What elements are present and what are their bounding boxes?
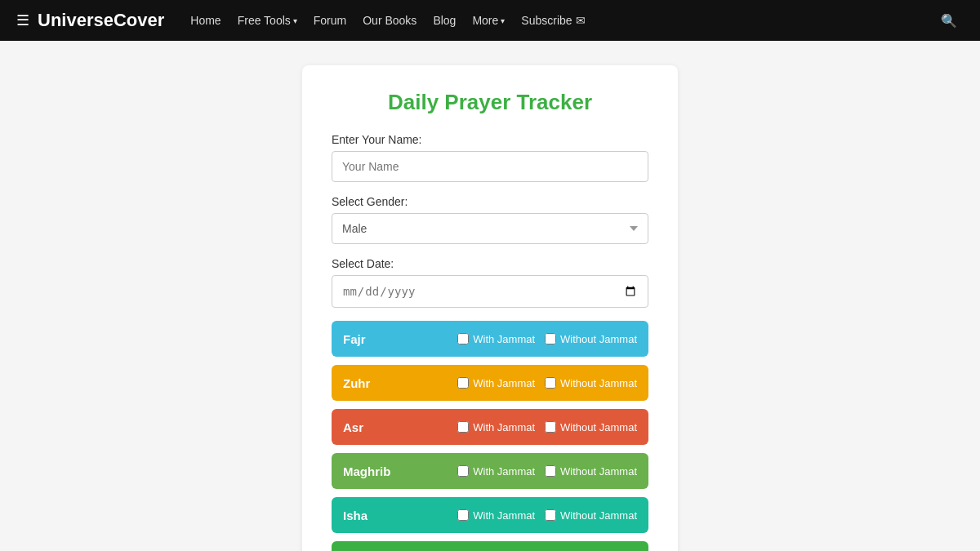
- gender-label: Select Gender:: [332, 195, 648, 208]
- isha-without-jammat-checkbox[interactable]: [545, 509, 556, 521]
- maghrib-with-jammat-checkbox[interactable]: [457, 465, 469, 477]
- prayer-name-zuhr: Zuhr: [343, 376, 457, 390]
- zuhr-without-jammat-checkbox[interactable]: [545, 377, 556, 389]
- prayer-row-maghrib: Maghrib With Jammat Without Jammat: [332, 453, 648, 489]
- page-wrapper: Daily Prayer Tracker Enter Your Name: Se…: [0, 41, 980, 551]
- name-input[interactable]: [332, 151, 648, 182]
- name-field-group: Enter Your Name:: [332, 133, 648, 182]
- prayer-row-asr: Asr With Jammat Without Jammat: [332, 409, 648, 445]
- tracker-card: Daily Prayer Tracker Enter Your Name: Se…: [302, 65, 678, 551]
- prayer-name-fajr: Fajr: [343, 332, 457, 346]
- nav-free-tools[interactable]: Free Tools ▾: [231, 9, 304, 32]
- date-field-group: Select Date:: [332, 257, 648, 308]
- nav-home[interactable]: Home: [184, 9, 227, 32]
- maghrib-without-jammat-label: Without Jammat: [560, 465, 637, 478]
- isha-with-jammat-label: With Jammat: [473, 509, 535, 522]
- prayer-name-maghrib: Maghrib: [343, 464, 457, 478]
- hamburger-icon[interactable]: ☰: [16, 11, 29, 29]
- nav-forum[interactable]: Forum: [307, 9, 353, 32]
- prayer-name-asr: Asr: [343, 420, 457, 434]
- fajr-without-jammat-option[interactable]: Without Jammat: [545, 333, 637, 345]
- zuhr-without-jammat-label: Without Jammat: [560, 377, 637, 389]
- asr-without-jammat-checkbox[interactable]: [545, 421, 556, 433]
- asr-without-jammat-label: Without Jammat: [560, 421, 637, 433]
- isha-without-jammat-option[interactable]: Without Jammat: [545, 509, 637, 522]
- maghrib-with-jammat-option[interactable]: With Jammat: [457, 465, 535, 478]
- prayer-options-maghrib: With Jammat Without Jammat: [457, 465, 637, 478]
- zuhr-with-jammat-checkbox[interactable]: [457, 377, 469, 389]
- prayer-row-fajr: Fajr With Jammat Without Jammat: [332, 321, 648, 357]
- fajr-without-jammat-label: Without Jammat: [560, 333, 637, 345]
- asr-with-jammat-label: With Jammat: [473, 421, 535, 433]
- maghrib-without-jammat-checkbox[interactable]: [545, 465, 556, 477]
- page-title: Daily Prayer Tracker: [332, 90, 648, 115]
- maghrib-with-jammat-label: With Jammat: [473, 465, 535, 478]
- fajr-without-jammat-checkbox[interactable]: [545, 333, 556, 344]
- prayer-row-zuhr: Zuhr With Jammat Without Jammat: [332, 365, 648, 401]
- zuhr-with-jammat-option[interactable]: With Jammat: [457, 377, 535, 389]
- maghrib-without-jammat-option[interactable]: Without Jammat: [545, 465, 637, 478]
- gender-select[interactable]: Male Female: [332, 213, 648, 244]
- prayer-name-isha: Isha: [343, 509, 457, 522]
- name-label: Enter Your Name:: [332, 133, 648, 146]
- gender-field-group: Select Gender: Male Female: [332, 195, 648, 244]
- download-report-button[interactable]: Download Report: [332, 541, 648, 551]
- asr-with-jammat-checkbox[interactable]: [457, 421, 469, 433]
- date-label: Select Date:: [332, 257, 648, 270]
- nav-our-books[interactable]: Our Books: [356, 9, 423, 32]
- search-icon[interactable]: 🔍: [934, 8, 964, 33]
- isha-without-jammat-label: Without Jammat: [560, 509, 637, 522]
- prayer-row-isha: Isha With Jammat Without Jammat: [332, 497, 648, 533]
- isha-with-jammat-option[interactable]: With Jammat: [457, 509, 535, 522]
- nav-blog[interactable]: Blog: [426, 9, 462, 32]
- zuhr-without-jammat-option[interactable]: Without Jammat: [545, 377, 637, 389]
- fajr-with-jammat-label: With Jammat: [473, 333, 535, 345]
- navbar: ☰ UniverseCover Home Free Tools ▾ Forum …: [0, 0, 980, 41]
- isha-with-jammat-checkbox[interactable]: [457, 509, 469, 521]
- nav-more[interactable]: More ▾: [466, 9, 511, 32]
- mail-icon: ✉: [576, 14, 586, 27]
- nav-links: Home Free Tools ▾ Forum Our Books Blog M…: [184, 9, 934, 32]
- chevron-down-icon: ▾: [293, 16, 297, 25]
- asr-without-jammat-option[interactable]: Without Jammat: [545, 421, 637, 433]
- prayer-options-asr: With Jammat Without Jammat: [457, 421, 637, 433]
- fajr-with-jammat-option[interactable]: With Jammat: [457, 333, 535, 345]
- zuhr-with-jammat-label: With Jammat: [473, 377, 535, 389]
- chevron-down-icon: ▾: [501, 16, 505, 25]
- prayer-options-isha: With Jammat Without Jammat: [457, 509, 637, 522]
- site-logo[interactable]: UniverseCover: [38, 10, 164, 31]
- date-input[interactable]: [332, 275, 648, 308]
- prayer-options-fajr: With Jammat Without Jammat: [457, 333, 637, 345]
- fajr-with-jammat-checkbox[interactable]: [457, 333, 469, 344]
- asr-with-jammat-option[interactable]: With Jammat: [457, 421, 535, 433]
- nav-subscribe[interactable]: Subscribe ✉: [514, 9, 591, 32]
- prayer-options-zuhr: With Jammat Without Jammat: [457, 377, 637, 389]
